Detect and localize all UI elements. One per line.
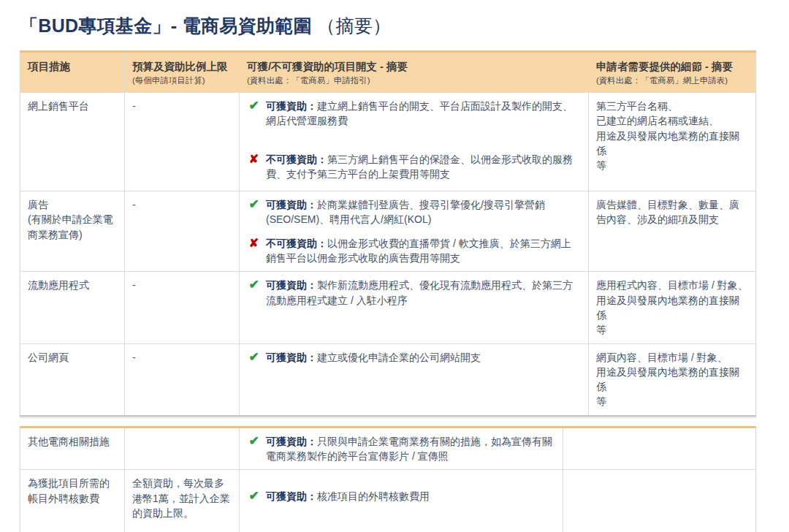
expenses-cell: ✔ 可獲資助：核准項目的外聘核數費用 <box>240 470 563 532</box>
measure-cell: 其他電商相關措施 <box>20 427 125 470</box>
allowed-text: 可獲資助：只限與申請企業電商業務有關的措施，如為宣傳有關電商業務製作的跨平台宣傳… <box>266 434 555 464</box>
details-cell: 廣告媒體、目標對象、數量、廣告內容、涉及的細項及開支 <box>589 191 756 272</box>
check-icon: ✔ <box>247 278 261 292</box>
header-title: 可獲/不可獲資助的項目開支 - 摘要 <box>247 60 581 73</box>
budget-cell: - <box>125 191 240 272</box>
col-header-expenses: 可獲/不可獲資助的項目開支 - 摘要 (資料出處：「電商易」申請指引) <box>240 52 589 93</box>
denied-item: ✘ 不可獲資助：以佣金形式收費的直播帶貨 / 軟文推廣、於第三方網上銷售平台以佣… <box>247 236 581 266</box>
allowed-item: ✔ 可獲資助：建立網上銷售平台的開支、平台店面設計及製作的開支、網店代營運服務費 <box>247 99 581 129</box>
check-icon: ✔ <box>247 434 261 449</box>
allowed-body: 核准項目的外聘核數費用 <box>317 490 430 502</box>
check-icon: ✔ <box>247 350 261 365</box>
page-title-suffix: （摘要） <box>317 15 391 36</box>
budget-cell <box>125 427 240 470</box>
table-row-company-website: 公司網頁 - ✔ 可獲資助：建立或優化申請企業的公司網站開支 網頁內容、目標市場… <box>20 343 756 416</box>
table-row-advertising: 廣告 (有關於申請企業電商業務宣傳) - ✔ 可獲資助：於商業媒體刊登廣告、搜尋… <box>20 191 756 272</box>
allowed-label: 可獲資助： <box>266 490 317 502</box>
page-title-main: 「BUD專項基金」- 電商易資助範圍 <box>20 15 317 36</box>
denied-text: 不可獲資助：以佣金形式收費的直播帶貨 / 軟文推廣、於第三方網上銷售平台以佣金形… <box>266 236 581 266</box>
denied-label: 不可獲資助： <box>266 153 327 165</box>
allowed-item: ✔ 可獲資助：於商業媒體刊登廣告、搜尋引擎優化/搜尋引擎營銷(SEO/SEM)、… <box>247 197 581 227</box>
table-row-other-ecommerce-measures: 其他電商相關措施 ✔ 可獲資助：只限與申請企業電商業務有關的措施，如為宣傳有關電… <box>20 427 756 470</box>
details-cell <box>563 470 756 532</box>
header-title: 項目措施 <box>28 60 117 73</box>
check-icon: ✔ <box>247 197 261 212</box>
allowed-item: ✔ 可獲資助：建立或優化申請企業的公司網站開支 <box>247 350 581 365</box>
denied-text: 不可獲資助：第三方網上銷售平台的保證金、以佣金形式收取的服務費、支付予第三方平台… <box>266 152 581 182</box>
details-cell: 網頁內容、目標市場 / 對象、 用途及與發展內地業務的直接關係 等 <box>589 343 756 416</box>
allowed-label: 可獲資助： <box>266 100 317 112</box>
col-header-details: 申請者需要提供的細節 - 摘要 (資料出處：「電商易」網上申請表) <box>589 52 756 93</box>
details-cell: 應用程式內容、目標市場 / 對象、 用途及與發展內地業務的直接關係 等 <box>589 272 756 343</box>
allowed-item: ✔ 可獲資助：核准項目的外聘核數費用 <box>247 489 555 503</box>
col-header-measure: 項目措施 <box>20 52 125 93</box>
header-subtitle: (每個申請項目計算) <box>132 75 232 86</box>
table-row-mobile-app: 流動應用程式 - ✔ 可獲資助：製作新流動應用程式、優化現有流動應用程式、於第三… <box>20 272 756 343</box>
allowed-label: 可獲資助： <box>266 199 317 210</box>
other-measures-table: 其他電商相關措施 ✔ 可獲資助：只限與申請企業電商業務有關的措施，如為宣傳有關電… <box>20 426 756 532</box>
cross-icon: ✘ <box>247 152 261 166</box>
allowed-item: ✔ 可獲資助：製作新流動應用程式、優化現有流動應用程式、於第三方流動應用程式建立… <box>247 278 581 308</box>
allowed-text: 可獲資助：建立網上銷售平台的開支、平台店面設計及製作的開支、網店代營運服務費 <box>266 99 581 129</box>
expenses-cell: ✔ 可獲資助：建立網上銷售平台的開支、平台店面設計及製作的開支、網店代營運服務費… <box>240 93 589 191</box>
funding-scope-table: 項目措施 預算及資助比例上限 (每個申請項目計算) 可獲/不可獲資助的項目開支 … <box>20 50 756 417</box>
budget-cell: - <box>125 93 240 191</box>
expenses-cell: ✔ 可獲資助：只限與申請企業電商業務有關的措施，如為宣傳有關電商業務製作的跨平台… <box>240 427 563 470</box>
page: 「BUD專項基金」- 電商易資助範圍 （摘要） 項目措施 預算及資助比例上限 (… <box>0 0 789 532</box>
allowed-label: 可獲資助： <box>266 436 317 447</box>
check-icon: ✔ <box>247 489 261 503</box>
measure-cell: 為獲批項目所需的帳目外聘核數費 <box>20 470 125 532</box>
measure-cell: 網上銷售平台 <box>20 93 125 191</box>
allowed-item: ✔ 可獲資助：只限與申請企業電商業務有關的措施，如為宣傳有關電商業務製作的跨平台… <box>247 434 555 464</box>
header-subtitle: (資料出處：「電商易」申請指引) <box>247 75 581 86</box>
denied-label: 不可獲資助： <box>266 238 327 249</box>
allowed-body: 建立或優化申請企業的公司網站開支 <box>317 352 481 363</box>
page-title: 「BUD專項基金」- 電商易資助範圍 （摘要） <box>20 15 767 37</box>
measure-cell: 廣告 (有關於申請企業電商業務宣傳) <box>20 191 125 272</box>
header-subtitle: (資料出處：「電商易」網上申請表) <box>596 75 748 86</box>
details-cell: 第三方平台名稱、 已建立的網店名稱或連結、 用途及與發展內地業務的直接關係 等 <box>589 93 756 191</box>
details-cell <box>563 427 756 470</box>
measure-cell: 流動應用程式 <box>20 272 125 343</box>
expenses-cell: ✔ 可獲資助：建立或優化申請企業的公司網站開支 <box>240 343 589 416</box>
table-row-external-audit-fee: 為獲批項目所需的帳目外聘核數費 全額資助，每次最多港幣1萬，並計入企業的資助上限… <box>20 470 756 532</box>
header-row: 項目措施 預算及資助比例上限 (每個申請項目計算) 可獲/不可獲資助的項目開支 … <box>20 52 756 93</box>
expenses-cell: ✔ 可獲資助：製作新流動應用程式、優化現有流動應用程式、於第三方流動應用程式建立… <box>240 272 589 343</box>
budget-cell: - <box>125 343 240 416</box>
measure-cell: 公司網頁 <box>20 343 125 416</box>
denied-item: ✘ 不可獲資助：第三方網上銷售平台的保證金、以佣金形式收取的服務費、支付予第三方… <box>247 152 581 182</box>
budget-cell: 全額資助，每次最多港幣1萬，並計入企業的資助上限。 <box>125 470 240 532</box>
allowed-text: 可獲資助：核准項目的外聘核數費用 <box>266 489 430 503</box>
cross-icon: ✘ <box>247 236 261 250</box>
allowed-text: 可獲資助：於商業媒體刊登廣告、搜尋引擎優化/搜尋引擎營銷(SEO/SEM)、聘用… <box>266 197 581 227</box>
header-title: 申請者需要提供的細節 - 摘要 <box>596 60 748 73</box>
expenses-cell: ✔ 可獲資助：於商業媒體刊登廣告、搜尋引擎優化/搜尋引擎營銷(SEO/SEM)、… <box>240 191 589 272</box>
allowed-text: 可獲資助：製作新流動應用程式、優化現有流動應用程式、於第三方流動應用程式建立 /… <box>266 278 581 308</box>
allowed-label: 可獲資助： <box>266 279 317 291</box>
allowed-label: 可獲資助： <box>266 352 317 363</box>
check-icon: ✔ <box>247 99 261 113</box>
allowed-text: 可獲資助：建立或優化申請企業的公司網站開支 <box>266 350 481 365</box>
table-row-online-sales-platform: 網上銷售平台 - ✔ 可獲資助：建立網上銷售平台的開支、平台店面設計及製作的開支… <box>20 93 756 191</box>
col-header-budget: 預算及資助比例上限 (每個申請項目計算) <box>125 52 240 93</box>
budget-cell: - <box>125 272 240 343</box>
header-title: 預算及資助比例上限 <box>132 60 232 73</box>
